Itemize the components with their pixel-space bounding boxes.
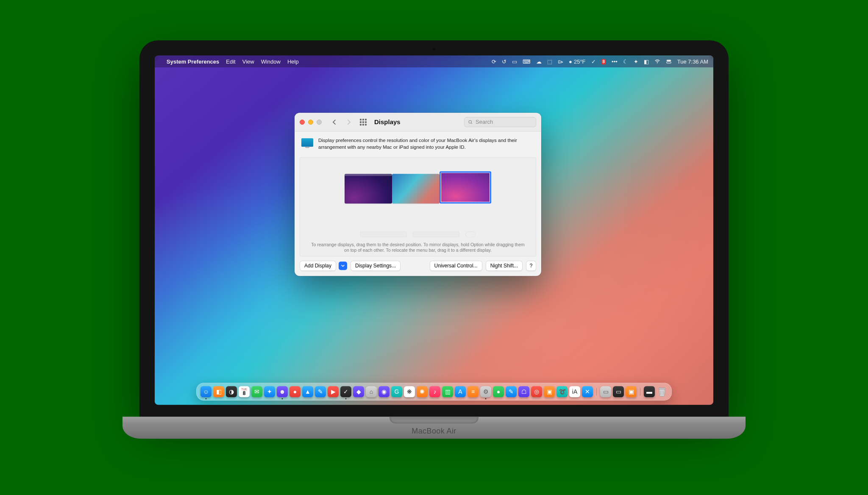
- svg-rect-1: [667, 60, 671, 61]
- menu-edit[interactable]: Edit: [226, 58, 235, 65]
- dock-app-orange2[interactable]: ✺: [417, 386, 428, 397]
- dock-messages[interactable]: ✉: [251, 386, 262, 397]
- help-button[interactable]: ?: [526, 261, 536, 271]
- menu-window[interactable]: Window: [261, 58, 281, 65]
- dock-trash[interactable]: [657, 386, 668, 397]
- dock-system-preferences[interactable]: ⚙: [480, 386, 491, 397]
- window-close-button[interactable]: [300, 120, 305, 125]
- show-all-button[interactable]: [358, 117, 368, 127]
- dock-recent-3[interactable]: ▣: [626, 386, 637, 397]
- menu-view[interactable]: View: [242, 58, 254, 65]
- window-zoom-button[interactable]: [317, 120, 322, 125]
- desktop: System Preferences Edit View Window Help…: [155, 56, 713, 405]
- dock-github[interactable]: ◉: [378, 386, 389, 397]
- window-titlebar[interactable]: Displays Search: [295, 113, 541, 131]
- dock-app-arrow[interactable]: ▲: [302, 386, 313, 397]
- menu-help[interactable]: Help: [287, 58, 299, 65]
- dock-calendar[interactable]: TUE8: [239, 386, 250, 397]
- svg-rect-4: [659, 388, 665, 389]
- dock-app-red-circle[interactable]: ◎: [531, 386, 542, 397]
- arrangement-instructions: To rearrange displays, drag them to the …: [300, 242, 536, 253]
- control-center-icon[interactable]: [666, 58, 672, 64]
- add-display-menu-button[interactable]: [339, 261, 347, 270]
- window-minimize-button[interactable]: [308, 120, 313, 125]
- dock-recent-1[interactable]: ▭: [600, 386, 611, 397]
- display-thumb-3-selected[interactable]: [440, 171, 491, 203]
- keyboard-icon[interactable]: ⌨: [523, 58, 531, 65]
- dock-podcasts[interactable]: ☖: [518, 386, 529, 397]
- displays-icon: [301, 138, 313, 147]
- dock-app-play[interactable]: ▶: [328, 386, 339, 397]
- menu-bar: System Preferences Edit View Window Help…: [155, 56, 713, 67]
- airdrop-icon[interactable]: ⌲: [558, 58, 563, 65]
- dock-finder[interactable]: ☺: [200, 386, 211, 397]
- menu-app-name[interactable]: System Preferences: [167, 58, 219, 65]
- dock-appstore[interactable]: A: [455, 386, 466, 397]
- dock-shortcuts[interactable]: ≡: [467, 386, 479, 397]
- dock-separator: [596, 388, 597, 395]
- dock-app-orange3[interactable]: ▣: [544, 386, 555, 397]
- dock-app-pencil[interactable]: ✎: [315, 386, 326, 397]
- search-placeholder: Search: [476, 119, 493, 125]
- dock-app-green-dot[interactable]: ●: [493, 386, 504, 397]
- dock-pages[interactable]: ✎: [506, 386, 517, 397]
- night-shift-button[interactable]: Night Shift...: [486, 261, 523, 271]
- svg-rect-2: [667, 62, 671, 64]
- fantastical-icon[interactable]: 8: [601, 59, 606, 64]
- search-field[interactable]: Search: [464, 117, 536, 127]
- cloud-icon[interactable]: ☁: [536, 58, 542, 65]
- dock-app-red-badge[interactable]: ●: [289, 386, 300, 397]
- weather-status[interactable]: ● 25°F: [569, 58, 585, 65]
- dock-recent-2[interactable]: ▭: [613, 386, 624, 397]
- display-thumb-1[interactable]: [345, 174, 392, 203]
- rocket-icon[interactable]: ✦: [634, 58, 638, 65]
- dock-numbers[interactable]: ▥: [442, 386, 453, 397]
- window-title: Displays: [374, 118, 401, 125]
- dock-app-dark-lens[interactable]: ◑: [226, 386, 237, 397]
- dock-discord[interactable]: ☻: [277, 386, 288, 397]
- check-icon[interactable]: ✓: [591, 58, 596, 65]
- wifi-icon[interactable]: [654, 58, 660, 64]
- display-settings-button[interactable]: Display Settings...: [351, 261, 401, 271]
- deck-label: MacBook Air: [412, 427, 456, 436]
- dock-app-color[interactable]: ❋: [404, 386, 415, 397]
- dock-folder[interactable]: ▬: [644, 386, 655, 397]
- dock-app-swirl[interactable]: ➰: [556, 386, 568, 397]
- displays-window: Displays Search Display preferences cont…: [295, 113, 541, 276]
- dock-app-orange-cube[interactable]: ◧: [213, 386, 224, 397]
- dock-music[interactable]: ♪: [429, 386, 440, 397]
- svg-point-3: [469, 120, 472, 123]
- svg-point-0: [657, 63, 657, 64]
- nav-forward-button: [344, 117, 354, 127]
- pane-description: Display preferences control the resoluti…: [318, 137, 534, 150]
- dock-ia-writer[interactable]: iA: [569, 386, 580, 397]
- shortcuts-icon[interactable]: ◧: [644, 58, 649, 65]
- keyboard-mouse-icon: [360, 231, 476, 237]
- dnd-moon-icon[interactable]: ☾: [623, 58, 628, 65]
- sync-icon[interactable]: ⟳: [492, 58, 496, 65]
- camera-icon: [432, 47, 436, 51]
- clock[interactable]: Tue 7:36 AM: [677, 58, 708, 65]
- dock-obsidian[interactable]: ◆: [353, 386, 364, 397]
- package-icon[interactable]: ⬚: [547, 58, 552, 65]
- dock-separator-2: [640, 388, 640, 395]
- dock-app-grey[interactable]: ⌂: [366, 386, 377, 397]
- timemachine-icon[interactable]: ↺: [502, 58, 506, 65]
- dock: ☺ ◧ ◑ TUE8 ✉ ✦ ☻ ● ▲ ✎ ▶ ✓ ◆ ⌂ ◉ G ❋ ✺ ♪…: [196, 383, 672, 400]
- display-mirror-icon[interactable]: ▭: [512, 58, 517, 65]
- nav-back-button[interactable]: [329, 117, 339, 127]
- more-icon[interactable]: •••: [612, 58, 618, 65]
- macbook-frame: System Preferences Edit View Window Help…: [139, 40, 729, 439]
- trackpad-notch: [389, 417, 479, 423]
- dock-app-teal[interactable]: G: [391, 386, 402, 397]
- display-thumb-2[interactable]: [392, 174, 440, 203]
- dock-things[interactable]: ✓: [340, 386, 351, 397]
- search-icon: [468, 120, 473, 125]
- universal-control-button[interactable]: Universal Control...: [430, 261, 482, 271]
- dock-twitter[interactable]: ✕: [582, 386, 593, 397]
- dock-safari[interactable]: ✦: [264, 386, 275, 397]
- add-display-button[interactable]: Add Display: [300, 261, 336, 271]
- display-arrangement-area[interactable]: To rearrange displays, drag them to the …: [300, 157, 536, 256]
